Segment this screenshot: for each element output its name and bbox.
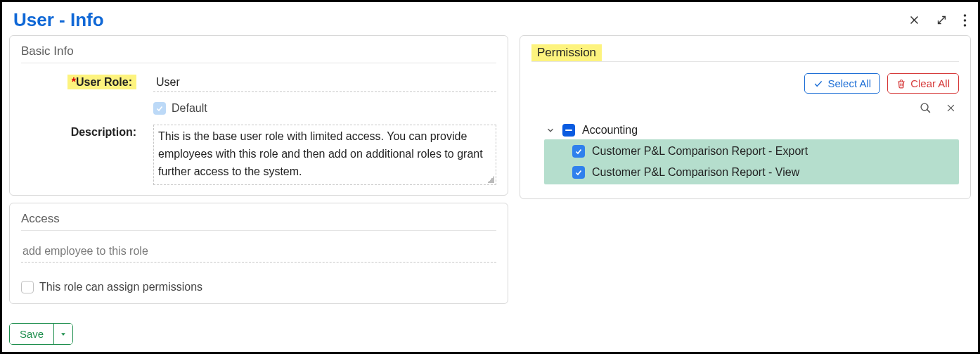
assign-permissions-label: This role can assign permissions <box>39 281 202 293</box>
svg-line-9 <box>927 110 930 113</box>
tree-checkbox-child[interactable] <box>572 166 585 179</box>
svg-point-4 <box>964 19 967 22</box>
tree-node-child[interactable]: Customer P&L Comparison Report - View <box>544 162 959 183</box>
tree-checkbox-accounting[interactable] <box>562 124 575 137</box>
description-textarea[interactable]: This is the base user role with limited … <box>153 125 496 185</box>
svg-point-8 <box>921 103 928 110</box>
user-role-value[interactable]: User <box>153 75 496 92</box>
svg-line-2 <box>939 17 946 24</box>
close-icon[interactable] <box>908 14 920 26</box>
default-label: Default <box>172 102 207 115</box>
basic-info-panel: Basic Info *User Role: User Default <box>9 35 508 196</box>
svg-point-3 <box>964 14 967 17</box>
save-button[interactable]: Save <box>10 324 53 344</box>
tree-label-child: Customer P&L Comparison Report - View <box>592 166 799 179</box>
expand-icon[interactable] <box>936 14 948 26</box>
search-icon[interactable] <box>920 102 931 114</box>
select-all-button[interactable]: Select All <box>804 73 880 94</box>
default-checkbox[interactable] <box>153 102 166 115</box>
access-panel: Access This role can assign permissions <box>9 203 508 304</box>
tree-checkbox-child[interactable] <box>572 145 585 158</box>
permission-title: Permission <box>531 44 602 61</box>
tree-node-accounting[interactable]: Accounting <box>531 121 959 139</box>
chevron-down-icon[interactable] <box>546 125 555 135</box>
basic-info-title: Basic Info <box>21 44 496 63</box>
permission-panel: Permission Select All Clear All <box>520 35 971 199</box>
tree-label-accounting: Accounting <box>582 124 638 137</box>
page-title: User - Info <box>13 9 104 31</box>
tree-node-child[interactable]: Customer P&L Comparison Report - Export <box>544 141 959 162</box>
description-label: Description: <box>21 125 153 185</box>
clear-search-icon[interactable] <box>946 102 956 114</box>
tree-label-child: Customer P&L Comparison Report - Export <box>592 145 808 158</box>
svg-point-5 <box>964 24 967 27</box>
access-title: Access <box>21 212 496 231</box>
save-dropdown-button[interactable] <box>53 324 72 344</box>
more-menu-icon[interactable] <box>963 14 967 27</box>
svg-marker-12 <box>61 333 65 336</box>
clear-all-button[interactable]: Clear All <box>887 73 959 94</box>
add-employee-input[interactable] <box>21 242 496 263</box>
user-role-label: *User Role: <box>21 75 153 92</box>
assign-permissions-checkbox[interactable] <box>21 281 34 293</box>
